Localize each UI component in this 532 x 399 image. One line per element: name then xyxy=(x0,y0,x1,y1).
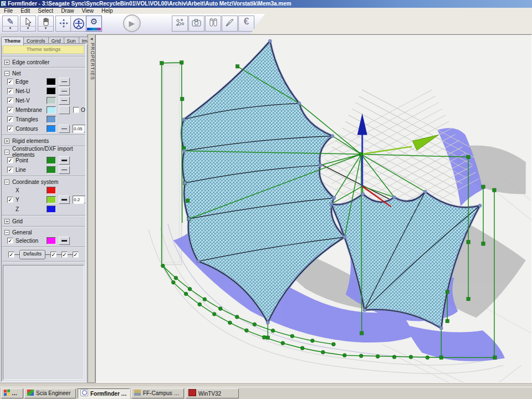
panel-row-y: ✓Y0.2▼ xyxy=(2,195,85,204)
x-color-swatch[interactable] xyxy=(47,187,56,194)
on-checkbox[interactable] xyxy=(73,107,79,113)
section-toggle-icon[interactable]: − xyxy=(4,71,9,76)
statistics-tool-button[interactable] xyxy=(172,16,188,32)
section-toggle-icon[interactable]: + xyxy=(4,139,9,144)
section-label: General xyxy=(12,229,32,236)
net-u-checkbox[interactable]: ✓ xyxy=(7,88,13,94)
taskbar-button-formfinder[interactable]: Formfinder - 3:\Seaga... xyxy=(78,388,130,398)
collapse-arrow-icon[interactable]: ◀ xyxy=(88,37,95,40)
cost-tool-button[interactable]: € xyxy=(238,16,254,32)
line-color-swatch[interactable] xyxy=(47,166,56,173)
z-color-swatch[interactable] xyxy=(47,206,56,213)
line-checkbox[interactable]: ✓ xyxy=(7,167,13,173)
run-formfinding-button[interactable]: ▶ xyxy=(123,14,141,32)
chevron-down-icon[interactable]: ▼ xyxy=(84,125,86,132)
section-toggle-icon[interactable]: − xyxy=(4,150,9,155)
net-v-checkbox[interactable]: ✓ xyxy=(7,98,13,104)
section-header-rigid-elements[interactable]: +Rigid elements xyxy=(2,137,85,145)
formfinder-icon xyxy=(80,389,88,396)
membrane-color-swatch[interactable] xyxy=(47,106,56,114)
defaults-button[interactable]: Defaults xyxy=(19,250,45,259)
section-separator xyxy=(2,56,85,57)
section-header-general[interactable]: −General xyxy=(2,228,85,236)
properties-collapse-strip[interactable]: ◀ PROPERTIES xyxy=(88,34,95,383)
line-style-button[interactable] xyxy=(59,78,70,86)
defaults-checkbox[interactable]: ✓ xyxy=(8,252,14,258)
panel-row-selection: ✓Selection xyxy=(2,236,85,245)
line-style-button[interactable] xyxy=(59,87,70,95)
point-checkbox[interactable]: ✓ xyxy=(7,157,13,163)
row-label: X xyxy=(16,187,47,193)
menu-item-draw[interactable]: Draw xyxy=(57,8,78,14)
defaults-checkbox[interactable]: ✓ xyxy=(62,252,68,258)
section-header-construction[interactable]: −Construction/DXF import elements xyxy=(2,148,85,156)
chevron-down-icon[interactable]: ▼ xyxy=(84,196,86,203)
y-checkbox[interactable]: ✓ xyxy=(7,197,13,203)
snapshot-tool-button[interactable] xyxy=(188,16,204,32)
contours-color-swatch[interactable] xyxy=(47,125,56,132)
taskbar-button-scia[interactable]: Scia Engineer xyxy=(24,388,76,398)
section-label: Net xyxy=(12,70,21,76)
move-points-tool-button[interactable] xyxy=(55,16,71,32)
line-style-button[interactable] xyxy=(59,125,70,133)
title-bar[interactable]: Formfinder - 3:\Seagate Sync\SyncRecycle… xyxy=(0,0,532,8)
section-toggle-icon[interactable]: + xyxy=(4,60,9,65)
chevron-down-icon[interactable]: ▼ xyxy=(38,26,53,31)
section-header-edge-controller[interactable]: +Edge controller xyxy=(2,58,85,66)
formfinder-man-button[interactable] xyxy=(70,16,86,32)
selection-color-swatch[interactable] xyxy=(47,237,56,244)
section-separator xyxy=(2,261,85,262)
chevron-down-icon[interactable]: ▼ xyxy=(3,26,18,31)
defaults-checkbox[interactable]: ✓ xyxy=(50,252,57,258)
section-header-grid[interactable]: +Grid xyxy=(2,217,85,225)
selection-checkbox[interactable]: ✓ xyxy=(7,238,13,244)
section-toggle-icon[interactable]: − xyxy=(4,230,9,235)
section-toggle-icon[interactable]: − xyxy=(4,180,9,185)
menu-item-file[interactable]: File xyxy=(0,8,17,14)
triangles-checkbox[interactable]: ✓ xyxy=(7,116,13,122)
line-style-button[interactable] xyxy=(59,96,70,105)
taskbar-button-label: Formfinder - 3:\Seaga... xyxy=(90,391,130,397)
line-style-button[interactable] xyxy=(59,237,70,245)
section-header-coordinate-system[interactable]: −Coordinate system xyxy=(2,178,85,186)
value-dropdown[interactable]: 0.2▼ xyxy=(73,196,86,204)
menu-item-edit[interactable]: Edit xyxy=(17,8,34,14)
sketch-tool-button[interactable] xyxy=(222,16,238,32)
chevron-down-icon[interactable]: ▼ xyxy=(21,26,35,31)
triangles-color-swatch[interactable] xyxy=(47,116,56,123)
menu-item-help[interactable]: Help xyxy=(98,8,117,14)
section-toggle-icon[interactable]: + xyxy=(4,219,9,224)
menu-item-select[interactable]: Select xyxy=(34,8,57,14)
point-color-swatch[interactable] xyxy=(47,157,56,164)
thick-dash-icon xyxy=(62,160,67,161)
viewport-3d[interactable] xyxy=(95,34,532,383)
taskbar-button-label: Scia Engineer xyxy=(36,390,70,396)
section-separator xyxy=(2,67,85,68)
start-button[interactable]: Start xyxy=(1,388,23,398)
net-u-color-swatch[interactable] xyxy=(47,88,56,95)
line-style-button[interactable] xyxy=(59,166,70,174)
membrane-checkbox[interactable]: ✓ xyxy=(7,107,13,113)
tab-theme[interactable]: Theme xyxy=(1,37,24,45)
dropdown-value: 0.05 xyxy=(73,126,84,131)
taskbar-button-ffcampus[interactable]: FF-Campus Dessau Scre... xyxy=(131,388,184,398)
value-dropdown[interactable]: 0.05▼ xyxy=(73,125,86,133)
pan-tool-button[interactable]: ▼ xyxy=(38,16,54,32)
euro-icon: € xyxy=(239,16,254,27)
y-color-swatch[interactable] xyxy=(47,196,56,203)
net-v-color-swatch[interactable] xyxy=(47,97,56,104)
edge-color-swatch[interactable] xyxy=(47,78,56,85)
materials-tool-button[interactable] xyxy=(205,16,221,32)
line-style-button[interactable] xyxy=(59,196,70,204)
line-style-button[interactable] xyxy=(59,156,70,165)
section-header-net[interactable]: −Net xyxy=(2,69,85,77)
draw-tool-button[interactable]: ✎ ▼ xyxy=(2,16,18,32)
select-tool-button[interactable]: ▼ xyxy=(20,16,36,32)
contours-checkbox[interactable]: ✓ xyxy=(7,126,13,132)
defaults-checkbox[interactable]: ✓ xyxy=(73,252,79,258)
taskbar-button-wintv[interactable]: WinTV32 xyxy=(186,388,239,398)
edge-checkbox[interactable]: ✓ xyxy=(7,79,13,85)
line-style-button[interactable] xyxy=(59,106,70,114)
theme-settings-button[interactable]: ⚙ xyxy=(86,16,102,32)
menu-item-view[interactable]: View xyxy=(78,8,98,14)
